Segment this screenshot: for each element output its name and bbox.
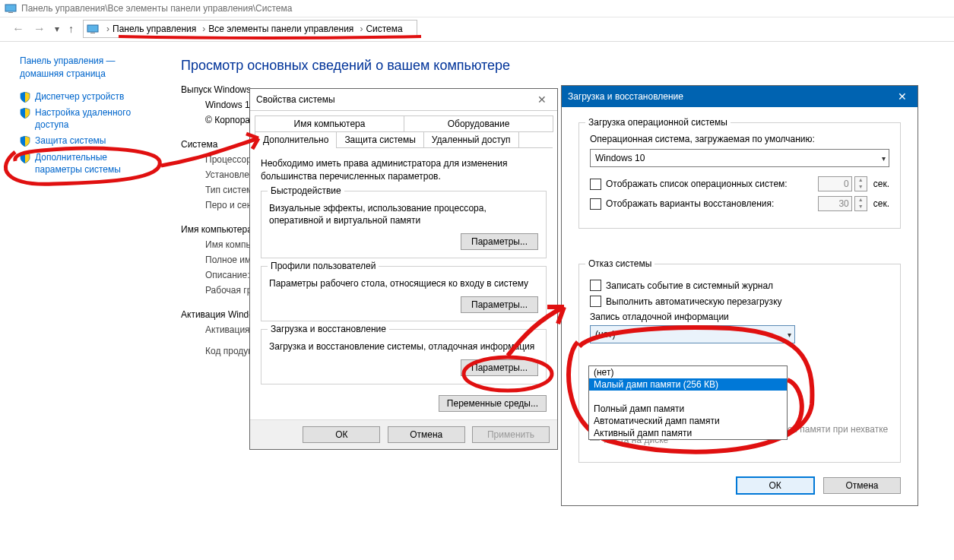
shield-icon xyxy=(20,153,30,163)
startup-group: Загрузка и восстановление Загрузка и вос… xyxy=(261,329,547,384)
chevron-right-icon[interactable]: › xyxy=(106,24,109,34)
cancel-button[interactable]: Отмена xyxy=(388,426,465,443)
recent-dropdown-icon[interactable]: ▾ xyxy=(55,24,59,34)
link-label: Защита системы xyxy=(35,135,106,147)
profiles-settings-button[interactable]: Параметры... xyxy=(461,296,538,313)
dropdown-option[interactable]: (нет) xyxy=(589,366,787,378)
group-legend: Профили пользователей xyxy=(268,261,379,271)
checkbox-box xyxy=(590,280,601,291)
env-vars-button[interactable]: Переменные среды... xyxy=(439,395,547,412)
remote-settings-link[interactable]: Настройка удаленного доступа xyxy=(20,107,157,131)
show-os-list-checkbox[interactable]: Отображать список операционных систем: 0… xyxy=(590,176,889,191)
dropdown-option[interactable]: Активный дамп памяти xyxy=(589,427,787,439)
dump-type-dropdown[interactable]: (нет) Малый дамп памяти (256 КВ) Дамп па… xyxy=(588,365,788,440)
dropdown-option[interactable]: Полный дамп памяти xyxy=(589,403,787,415)
spinner[interactable]: ▲▼ xyxy=(854,176,867,191)
auto-restart-checkbox[interactable]: Выполнить автоматическую перезагрузку xyxy=(590,296,889,307)
address-bar[interactable]: › Панель управления › Все элементы панел… xyxy=(83,20,417,38)
startup-recovery-dialog: Загрузка и восстановление ✕ Загрузка опе… xyxy=(561,85,918,506)
advanced-system-settings-link[interactable]: Дополнительные параметры системы xyxy=(20,152,157,176)
tab-hardware[interactable]: Оборудование xyxy=(404,115,553,132)
system-icon xyxy=(5,2,17,14)
checkbox-label: Выполнить автоматическую перезагрузку xyxy=(606,296,782,307)
dialog-body: Необходимо иметь права администратора дл… xyxy=(250,148,557,419)
link-label: Дополнительные параметры системы xyxy=(35,152,157,176)
group-legend: Загрузка и восстановление xyxy=(268,324,389,334)
tab-computer-name[interactable]: Имя компьютера xyxy=(255,115,404,132)
group-legend: Загрузка операционной системы xyxy=(585,117,731,128)
spinner[interactable]: ▲▼ xyxy=(854,196,867,211)
dump-type-select[interactable]: (нет) ▾ xyxy=(590,325,795,343)
breadcrumb-seg-2[interactable]: Все элементы панели управления xyxy=(208,24,353,34)
ok-button[interactable]: ОК xyxy=(736,476,815,495)
dump-label: Запись отладочной информации xyxy=(590,312,889,322)
shield-icon xyxy=(20,136,30,147)
apply-button[interactable]: Применить xyxy=(472,426,550,443)
group-legend: Быстродействие xyxy=(268,185,344,196)
link-label: Диспетчер устройств xyxy=(35,91,124,103)
group-legend: Отказ системы xyxy=(585,258,654,269)
recovery-seconds-input[interactable]: 30 xyxy=(818,196,852,211)
dialog-tabs-row2: Дополнительно Защита системы Удаленный д… xyxy=(255,131,553,148)
system-properties-dialog: Свойства системы ✕ Имя компьютера Оборуд… xyxy=(249,88,558,450)
default-os-label: Операционная система, загружаемая по умо… xyxy=(590,134,889,144)
dropdown-option[interactable]: Дамп памяти ядра xyxy=(589,391,787,403)
link-label: Настройка удаленного доступа xyxy=(35,107,157,131)
navbar: ← → ▾ ↑ › Панель управления › Все элемен… xyxy=(0,17,954,42)
checkbox-box xyxy=(590,198,601,210)
control-panel-home-link[interactable]: Панель управления — домашняя страница xyxy=(20,55,149,81)
chevron-down-icon: ▾ xyxy=(788,331,791,339)
up-arrow-icon[interactable]: ↑ xyxy=(68,23,74,35)
svg-rect-0 xyxy=(5,5,16,11)
shield-icon xyxy=(20,108,30,119)
dialog-footer: ОК Отмена xyxy=(578,476,901,495)
dialog-body: Загрузка операционной системы Операционн… xyxy=(562,107,918,505)
show-recovery-checkbox[interactable]: Отображать варианты восстановления: 30 ▲… xyxy=(590,196,889,211)
close-icon[interactable]: ✕ xyxy=(533,92,551,107)
window-titlebar: Панель управления\Все элементы панели уп… xyxy=(0,0,954,17)
ok-button[interactable]: ОК xyxy=(303,426,380,443)
chevron-right-icon[interactable]: › xyxy=(202,24,205,34)
breadcrumb-seg-1[interactable]: Панель управления xyxy=(113,24,196,34)
checkbox-box xyxy=(590,179,601,190)
group-desc: Визуальные эффекты, использование процес… xyxy=(269,202,538,228)
default-os-select[interactable]: Windows 10 ▾ xyxy=(590,149,889,167)
log-event-checkbox[interactable]: Записать событие в системный журнал xyxy=(590,280,889,291)
dropdown-option[interactable]: Автоматический дамп памяти xyxy=(589,415,787,427)
chevron-right-icon[interactable]: › xyxy=(360,24,363,34)
dialog-titlebar[interactable]: Свойства системы ✕ xyxy=(250,89,557,111)
performance-group: Быстродействие Визуальные эффекты, испол… xyxy=(261,191,547,259)
forward-arrow-icon[interactable]: → xyxy=(33,22,46,36)
dialog-title: Загрузка и восстановление xyxy=(568,91,683,102)
breadcrumb-seg-3[interactable]: Система xyxy=(366,24,402,34)
dialog-titlebar[interactable]: Загрузка и восстановление ✕ xyxy=(562,86,918,107)
checkbox-label: Отображать варианты восстановления: xyxy=(606,198,815,209)
dropdown-option-selected[interactable]: Малый дамп памяти (256 КВ) xyxy=(589,378,787,391)
close-icon[interactable]: ✕ xyxy=(893,89,911,104)
performance-settings-button[interactable]: Параметры... xyxy=(461,233,538,250)
profiles-group: Профили пользователей Параметры рабочего… xyxy=(261,266,547,321)
tab-remote[interactable]: Удаленный доступ xyxy=(423,131,519,148)
back-arrow-icon[interactable]: ← xyxy=(12,22,24,36)
window-title: Панель управления\Все элементы панели уп… xyxy=(21,3,292,14)
os-list-seconds-input[interactable]: 0 xyxy=(818,176,852,191)
cancel-button[interactable]: Отмена xyxy=(823,477,901,494)
device-manager-link[interactable]: Диспетчер устройств xyxy=(20,91,157,103)
startup-settings-button[interactable]: Параметры... xyxy=(461,359,538,376)
page-title: Просмотр основных сведений о вашем компь… xyxy=(181,58,946,74)
seconds-label: сек. xyxy=(873,179,889,189)
tab-protection[interactable]: Защита системы xyxy=(336,131,423,148)
shield-icon xyxy=(20,92,30,103)
checkbox-box xyxy=(590,296,601,307)
dialog-footer: ОК Отмена Применить xyxy=(250,419,557,449)
system-protection-link[interactable]: Защита системы xyxy=(20,135,157,147)
seconds-label: сек. xyxy=(873,198,889,209)
boot-group: Загрузка операционной системы Операционн… xyxy=(578,122,901,229)
group-desc: Загрузка и восстановление системы, отлад… xyxy=(269,340,538,353)
select-value: Windows 10 xyxy=(595,153,645,163)
select-value: (нет) xyxy=(595,329,615,340)
group-desc: Параметры рабочего стола, относящиеся ко… xyxy=(269,277,538,290)
tab-advanced[interactable]: Дополнительно xyxy=(255,131,337,148)
svg-rect-3 xyxy=(90,33,95,33)
svg-rect-2 xyxy=(87,25,98,32)
